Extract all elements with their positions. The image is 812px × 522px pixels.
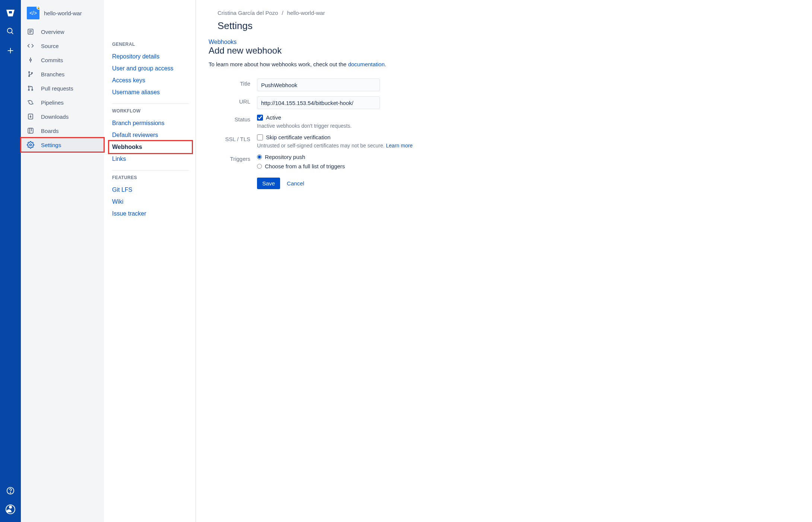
sidebar-item-settings[interactable]: Settings (21, 138, 104, 152)
sidebar-item-pipelines[interactable]: Pipelines (21, 95, 104, 109)
settings-link-user-group-access[interactable]: User and group access (112, 63, 189, 74)
settings-link-wiki[interactable]: Wiki (112, 196, 189, 208)
triggers-label: Triggers (209, 154, 257, 162)
status-value: Active (266, 114, 281, 121)
repo-header: </> 🔒 hello-world-war (21, 7, 104, 25)
url-input[interactable] (257, 96, 380, 109)
settings-heading-features: Features (112, 175, 189, 180)
svg-point-10 (30, 59, 32, 61)
svg-point-16 (28, 86, 29, 87)
settings-link-issue-tracker[interactable]: Issue tracker (112, 208, 189, 220)
form-heading: Add new webhook (209, 45, 802, 56)
sidebar-item-branches[interactable]: Branches (21, 67, 104, 81)
svg-point-5 (10, 493, 10, 493)
svg-rect-21 (28, 128, 33, 133)
ssl-value: Skip certificate verification (266, 134, 330, 140)
settings-link-username-aliases[interactable]: Username aliases (112, 86, 189, 98)
sidebar-item-boards[interactable]: Boards (21, 124, 104, 138)
svg-point-0 (7, 28, 12, 33)
sidebar-item-label: Overview (41, 29, 64, 35)
sidebar-item-label: Commits (41, 57, 63, 63)
status-label: Status (209, 114, 257, 122)
settings-link-webhooks[interactable]: Webhooks (109, 141, 192, 153)
settings-heading-general: General (112, 42, 189, 47)
save-button[interactable]: Save (257, 178, 280, 189)
pullrequests-icon (27, 85, 34, 92)
sidebar-item-overview[interactable]: Overview (21, 25, 104, 39)
settings-heading-workflow: Workflow (112, 108, 189, 114)
sidebar-item-label: Boards (41, 128, 59, 134)
sidebar-item-label: Settings (41, 142, 61, 148)
title-input[interactable] (257, 79, 380, 91)
svg-point-13 (29, 71, 30, 73)
settings-link-git-lfs[interactable]: Git LFS (112, 184, 189, 196)
sidebar-item-pullrequests[interactable]: Pull requests (21, 81, 104, 95)
search-icon[interactable] (4, 25, 16, 37)
repo-sidebar: </> 🔒 hello-world-war Overview Source Co… (21, 0, 104, 522)
create-icon[interactable] (4, 45, 16, 57)
svg-point-17 (28, 89, 29, 90)
overview-icon (27, 28, 34, 35)
title-label: Title (209, 79, 257, 87)
url-label: URL (209, 96, 257, 105)
settings-link-repository-details[interactable]: Repository details (112, 51, 189, 63)
status-helper: Inactive webhooks don't trigger requests… (257, 123, 443, 129)
settings-link-links[interactable]: Links (112, 153, 189, 165)
settings-link-branch-permissions[interactable]: Branch permissions (112, 117, 189, 129)
product-logo-icon[interactable] (4, 6, 16, 18)
commits-icon (27, 56, 34, 64)
status-checkbox[interactable] (257, 115, 263, 121)
repo-avatar: </> 🔒 (27, 7, 39, 19)
svg-point-18 (32, 89, 33, 90)
documentation-link[interactable]: documentation (348, 61, 384, 67)
svg-point-15 (31, 73, 32, 74)
downloads-icon (27, 113, 34, 120)
help-icon[interactable] (4, 485, 16, 497)
sidebar-item-source[interactable]: Source (21, 39, 104, 53)
form-lead: To learn more about how webhooks work, c… (209, 61, 802, 67)
sidebar-item-label: Pull requests (41, 85, 73, 92)
sidebar-item-label: Downloads (41, 114, 69, 120)
branches-icon (27, 70, 34, 78)
svg-line-1 (12, 32, 13, 34)
ssl-learn-more-link[interactable]: Learn more (386, 143, 413, 149)
trigger-push-label: Repository push (265, 154, 305, 160)
section-link-webhooks[interactable]: Webhooks (209, 39, 237, 45)
source-icon (27, 42, 34, 50)
svg-point-24 (30, 144, 32, 146)
repo-name: hello-world-war (44, 10, 82, 16)
sidebar-item-label: Branches (41, 71, 64, 77)
trigger-full-label: Choose from a full list of triggers (265, 163, 345, 169)
sidebar-item-commits[interactable]: Commits (21, 53, 104, 67)
boards-icon (27, 127, 34, 134)
settings-link-default-reviewers[interactable]: Default reviewers (112, 129, 189, 141)
ssl-helper: Untrusted or self-signed certificates ma… (257, 143, 443, 149)
trigger-push-radio[interactable] (257, 155, 262, 159)
ssl-checkbox[interactable] (257, 134, 263, 140)
ssl-label: SSL / TLS (209, 134, 257, 142)
cancel-button[interactable]: Cancel (287, 180, 304, 187)
profile-icon[interactable] (4, 503, 16, 515)
sidebar-item-label: Source (41, 43, 59, 49)
gear-icon (27, 141, 34, 149)
global-rail (0, 0, 21, 522)
settings-subnav: General Repository details User and grou… (104, 0, 196, 522)
sidebar-item-downloads[interactable]: Downloads (21, 109, 104, 124)
pipelines-icon (27, 99, 34, 106)
main-content: Webhooks Add new webhook To learn more a… (196, 0, 812, 522)
settings-link-access-keys[interactable]: Access keys (112, 74, 189, 86)
trigger-full-radio[interactable] (257, 164, 262, 169)
lock-icon: 🔒 (37, 6, 41, 10)
svg-point-14 (29, 76, 30, 77)
sidebar-item-label: Pipelines (41, 99, 64, 106)
